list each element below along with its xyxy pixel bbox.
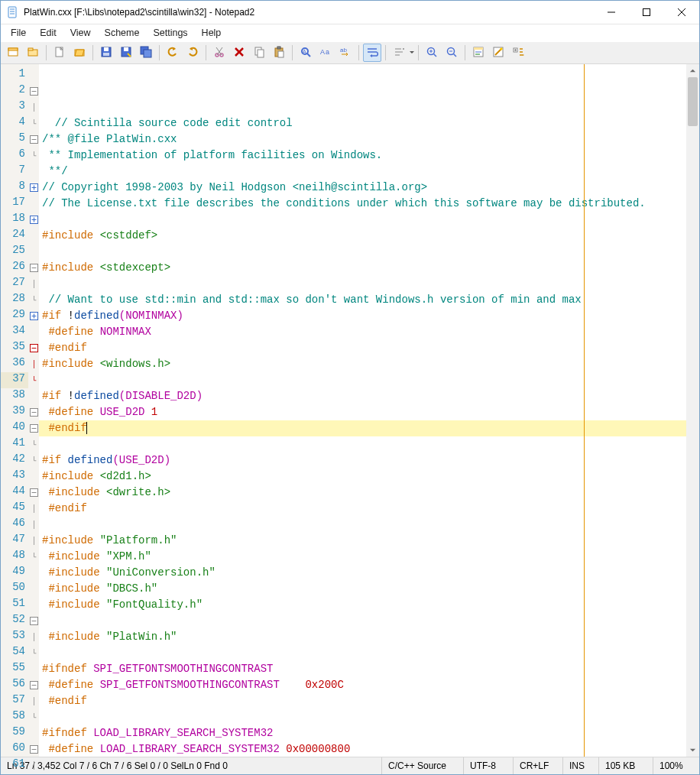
- code-line[interactable]: #endif: [42, 693, 686, 709]
- toolbar-paste[interactable]: [270, 44, 288, 62]
- status-ovr[interactable]: INS: [563, 757, 599, 774]
- menu-settings[interactable]: Settings: [146, 26, 194, 40]
- line-number[interactable]: 3: [1, 99, 28, 115]
- line-number[interactable]: 42: [1, 452, 28, 469]
- toolbar-word-wrap[interactable]: [363, 44, 381, 62]
- toolbar-show-whitespace[interactable]: [390, 44, 414, 62]
- toolbar-toggle-folds[interactable]: [509, 44, 527, 62]
- line-number[interactable]: 51: [1, 597, 28, 613]
- toolbar-copy[interactable]: [250, 44, 268, 62]
- line-number[interactable]: 41: [1, 436, 28, 452]
- line-number[interactable]: 59: [1, 725, 28, 741]
- line-number[interactable]: 48: [1, 549, 28, 565]
- fold-marker[interactable]: [28, 260, 39, 276]
- line-number[interactable]: 55: [1, 661, 28, 677]
- toolbar-new-window[interactable]: [4, 44, 22, 62]
- code-line[interactable]: ** Implementation of platform facilities…: [42, 148, 686, 164]
- code-line[interactable]: #include <cstddef>: [42, 228, 686, 244]
- line-number[interactable]: 47: [1, 533, 28, 549]
- line-number[interactable]: 18: [1, 212, 28, 228]
- code-line[interactable]: #include <windows.h>: [42, 356, 686, 372]
- vertical-scrollbar[interactable]: [686, 64, 699, 757]
- code-line[interactable]: #include "Platform.h": [42, 533, 686, 549]
- line-number[interactable]: 43: [1, 469, 28, 485]
- toolbar-save-as[interactable]: [117, 44, 135, 62]
- line-number[interactable]: 58: [1, 709, 28, 725]
- fold-margin[interactable]: [28, 64, 39, 757]
- maximize-button[interactable]: [629, 1, 664, 24]
- line-number[interactable]: 6: [1, 148, 28, 164]
- fold-marker[interactable]: [28, 613, 39, 629]
- toolbar-zoom-out[interactable]: [442, 44, 461, 62]
- toolbar-undo[interactable]: [164, 44, 182, 62]
- toolbar-save-copy[interactable]: [137, 44, 155, 62]
- code-line[interactable]: [42, 372, 686, 388]
- toolbar-open[interactable]: [70, 44, 89, 62]
- line-number[interactable]: 4: [1, 115, 28, 131]
- fold-marker[interactable]: [28, 340, 39, 356]
- line-number[interactable]: 40: [1, 420, 28, 436]
- code-line[interactable]: [42, 212, 686, 228]
- code-line[interactable]: #endif: [42, 340, 686, 356]
- code-line[interactable]: /** @file PlatWin.cxx: [42, 131, 686, 148]
- line-number[interactable]: 36: [1, 356, 28, 372]
- line-number[interactable]: 27: [1, 276, 28, 292]
- line-number[interactable]: 44: [1, 485, 28, 501]
- fold-marker[interactable]: [28, 741, 39, 757]
- code-line[interactable]: #define USE_D2D 1: [42, 404, 686, 420]
- code-line[interactable]: #if !defined(NOMINMAX): [42, 308, 686, 324]
- status-lexer[interactable]: C/C++ Source: [382, 757, 464, 774]
- line-number[interactable]: 53: [1, 629, 28, 645]
- code-line[interactable]: #define NOMINMAX: [42, 324, 686, 340]
- line-number[interactable]: 49: [1, 565, 28, 581]
- code-line[interactable]: #endif: [42, 501, 686, 517]
- line-number[interactable]: 2: [1, 83, 28, 99]
- line-number[interactable]: 60: [1, 741, 28, 757]
- line-number[interactable]: 37: [1, 372, 28, 388]
- line-number[interactable]: 8: [1, 180, 28, 196]
- code-line[interactable]: [42, 613, 686, 629]
- line-number[interactable]: 61: [1, 757, 28, 773]
- status-eol[interactable]: CR+LF: [514, 757, 563, 774]
- code-line[interactable]: #include <stdexcept>: [42, 260, 686, 276]
- scroll-track[interactable]: [686, 77, 699, 744]
- fold-marker[interactable]: [28, 131, 39, 148]
- code-line[interactable]: #ifndef SPI_GETFONTSMOOTHINGCONTRAST: [42, 661, 686, 677]
- code-line[interactable]: #include "FontQuality.h": [42, 597, 686, 613]
- toolbar-open-recent[interactable]: [24, 44, 42, 62]
- status-filesize[interactable]: 105 KB: [599, 757, 653, 774]
- close-button[interactable]: [664, 1, 699, 24]
- toolbar-find[interactable]: A: [297, 44, 315, 62]
- code-line[interactable]: #include <dwrite.h>: [42, 485, 686, 501]
- code-line[interactable]: #include <d2d1.h>: [42, 469, 686, 485]
- toolbar-cut[interactable]: [210, 44, 228, 62]
- menu-view[interactable]: View: [63, 26, 98, 40]
- toolbar-redo[interactable]: [183, 44, 202, 62]
- menu-scheme[interactable]: Scheme: [98, 26, 147, 40]
- line-number[interactable]: 28: [1, 292, 28, 308]
- fold-marker[interactable]: [28, 83, 39, 99]
- code-line[interactable]: #include "UniConversion.h": [42, 565, 686, 581]
- line-number[interactable]: 57: [1, 693, 28, 709]
- line-number[interactable]: 25: [1, 244, 28, 260]
- line-number[interactable]: 17: [1, 196, 28, 212]
- code-line[interactable]: #include "XPM.h": [42, 549, 686, 565]
- code-line[interactable]: #ifndef LOAD_LIBRARY_SEARCH_SYSTEM32: [42, 725, 686, 741]
- code-line[interactable]: #if !defined(DISABLE_D2D): [42, 388, 686, 404]
- line-number[interactable]: 56: [1, 677, 28, 693]
- scroll-down-button[interactable]: [686, 744, 699, 757]
- line-number[interactable]: 50: [1, 581, 28, 597]
- toolbar-new-file[interactable]: [50, 44, 69, 62]
- code-line[interactable]: // Want to use std::min and std::max so …: [42, 292, 686, 308]
- code-line[interactable]: [42, 276, 686, 292]
- scroll-thumb[interactable]: [688, 77, 698, 126]
- line-number[interactable]: 34: [1, 324, 28, 340]
- line-number[interactable]: 35: [1, 340, 28, 356]
- menu-edit[interactable]: Edit: [33, 26, 63, 40]
- line-number[interactable]: 1: [1, 67, 28, 83]
- status-zoom[interactable]: 100%: [653, 757, 699, 774]
- code-line[interactable]: #include "DBCS.h": [42, 581, 686, 597]
- line-number[interactable]: 39: [1, 404, 28, 420]
- toolbar-replace[interactable]: ab: [336, 44, 355, 62]
- toolbar-find-next[interactable]: Aa: [316, 44, 335, 62]
